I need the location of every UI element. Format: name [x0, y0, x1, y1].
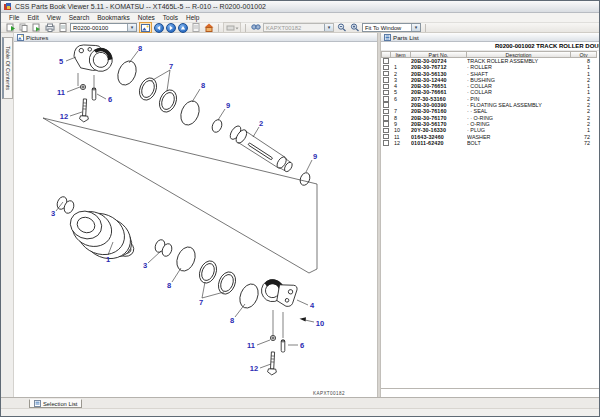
- callout-label: 10: [316, 319, 324, 328]
- menu-notes[interactable]: Notes: [134, 14, 159, 21]
- callout-label: 5: [59, 57, 63, 66]
- nav-forward-button[interactable]: [166, 23, 176, 33]
- cell-part-no: 01011-62420: [411, 140, 467, 146]
- nav-up-button[interactable]: [178, 23, 188, 33]
- row-checkbox[interactable]: [383, 96, 389, 102]
- nav-back-button[interactable]: [154, 23, 164, 33]
- part-collar-5: [72, 42, 115, 74]
- callout-label: 3: [51, 209, 55, 218]
- parts-panel-header[interactable]: Parts List: [381, 33, 600, 42]
- menu-file[interactable]: File: [5, 14, 23, 21]
- menu-view[interactable]: View: [43, 14, 65, 21]
- part-seal-7: [136, 75, 159, 102]
- row-checkbox[interactable]: [383, 115, 389, 121]
- book-section-combo[interactable]: R0200-00100 ▾: [70, 23, 137, 32]
- row-checkbox[interactable]: [383, 134, 389, 140]
- tab-selection-list[interactable]: Selection List: [29, 399, 82, 408]
- zoom-level-value: Fit To Window: [363, 25, 411, 31]
- menu-search[interactable]: Search: [65, 14, 94, 21]
- side-tab-strip: Table Of Contents: [1, 33, 14, 397]
- figure-combo: KAPXT00182 ▾: [263, 23, 334, 32]
- pictures-panel-header[interactable]: Pictures: [14, 33, 377, 42]
- row-checkbox[interactable]: [383, 84, 389, 90]
- menu-bookmarks[interactable]: Bookmarks: [93, 14, 134, 21]
- assembly-title: R0200-001002 TRACK ROLLER DOUB: [495, 43, 600, 49]
- cell-item: 12: [391, 140, 411, 146]
- parts-footer: Ref.No:KAPXT00182.PDF: [381, 388, 600, 397]
- title-bar[interactable]: CSS Parts Book Viewer 5.11 - KOMATSU -- …: [1, 1, 600, 13]
- part-oring-9: [210, 118, 223, 133]
- document-button[interactable]: [57, 23, 68, 32]
- row-checkbox[interactable]: [383, 65, 389, 71]
- window-title: CSS Parts Book Viewer 5.11 - KOMATSU -- …: [15, 3, 266, 10]
- callout-label: 3: [143, 261, 147, 270]
- figure-reference: KAPXT00182: [313, 391, 345, 396]
- pictures-canvas[interactable]: 8 5 7 8 9 2 9 11 6 12 3 1 3 8 7 8 4 10 1…: [14, 42, 377, 397]
- copy-page-button[interactable]: [18, 23, 29, 32]
- toolbar-separator: [425, 24, 426, 32]
- assembly-title-bar: R0200-001002 TRACK ROLLER DOUB: [381, 42, 600, 51]
- menu-bar: File Edit View Search Bookmarks Notes To…: [1, 13, 600, 23]
- plug-arrow: [300, 317, 315, 322]
- figure-combo-value: KAPXT00182: [264, 25, 324, 31]
- row-checkbox[interactable]: [383, 121, 389, 127]
- menu-help[interactable]: Help: [182, 14, 203, 21]
- row-checkbox[interactable]: [383, 140, 389, 146]
- callout-label: 11: [57, 88, 65, 97]
- part-bushing-3b: [153, 238, 173, 257]
- callout-label: 2: [259, 119, 263, 128]
- exploded-diagram: 8 5 7 8 9 2 9 11 6 12 3 1 3 8 7 8 4 10 1…: [14, 42, 377, 397]
- export-page-button[interactable]: [31, 23, 42, 32]
- add-to-selection-button[interactable]: [5, 23, 16, 32]
- bottom-tab-band: Selection List: [1, 397, 600, 408]
- print-dropdown-button[interactable]: [223, 22, 241, 33]
- row-checkbox[interactable]: [383, 90, 389, 96]
- parts-panel-title: Parts List: [393, 34, 419, 41]
- row-checkbox[interactable]: [383, 77, 389, 83]
- parts-table-header: Item Part No. Description Qty: [381, 51, 600, 58]
- picture-icon: [17, 34, 24, 41]
- zoom-level-combo[interactable]: Fit To Window ▾: [362, 23, 421, 32]
- callout-label: 8: [138, 44, 142, 53]
- status-bar: Ready: [1, 408, 600, 417]
- search-icon[interactable]: [250, 23, 261, 32]
- row-checkbox[interactable]: [383, 58, 389, 64]
- home-button[interactable]: [203, 23, 214, 32]
- mounting-plane-outline: [43, 118, 317, 273]
- pictures-view-toggle[interactable]: [139, 22, 152, 33]
- row-checkbox[interactable]: [383, 128, 389, 134]
- part-oring-8: [114, 58, 139, 88]
- row-checkbox[interactable]: [383, 102, 389, 108]
- callout-label: 8: [167, 281, 171, 290]
- callout-label: 6: [300, 341, 304, 350]
- menu-tools[interactable]: Tools: [159, 14, 182, 21]
- callout-label: 7: [199, 298, 203, 307]
- menu-edit[interactable]: Edit: [23, 14, 42, 21]
- book-section-value: R0200-00100: [71, 25, 127, 31]
- app-icon: [4, 3, 12, 11]
- column-description[interactable]: Description: [467, 51, 571, 58]
- print-page-button[interactable]: [44, 23, 55, 32]
- page-list-button[interactable]: [190, 23, 201, 32]
- row-checkbox[interactable]: [383, 109, 389, 115]
- cell-description: BOLT: [467, 140, 571, 146]
- parts-table-body: 20B-30-00724 TRACK ROLLER ASSEMBLY 8 1 2…: [381, 58, 600, 146]
- column-qty[interactable]: Qty: [571, 51, 597, 58]
- chevron-down-icon[interactable]: ▾: [127, 24, 136, 31]
- zoom-out-icon[interactable]: [336, 23, 347, 32]
- chevron-down-icon[interactable]: ▾: [411, 24, 420, 31]
- part-roller-1: [66, 206, 137, 266]
- parts-table-row[interactable]: 12 01011-62420 BOLT 72: [381, 140, 600, 146]
- column-item[interactable]: Item: [391, 51, 411, 58]
- zoom-in-icon[interactable]: [349, 23, 360, 32]
- part-oring-9b: [298, 171, 311, 186]
- picture-icon: [141, 24, 150, 32]
- tab-table-of-contents[interactable]: Table Of Contents: [2, 37, 13, 99]
- callout-label: 1: [106, 255, 110, 264]
- cell-item: 6: [391, 96, 411, 102]
- selection-list-icon: [34, 400, 41, 407]
- part-washer-11: [80, 84, 85, 89]
- column-part-no[interactable]: Part No.: [411, 51, 467, 58]
- part-oring-8c: [173, 244, 198, 274]
- row-checkbox[interactable]: [383, 71, 389, 77]
